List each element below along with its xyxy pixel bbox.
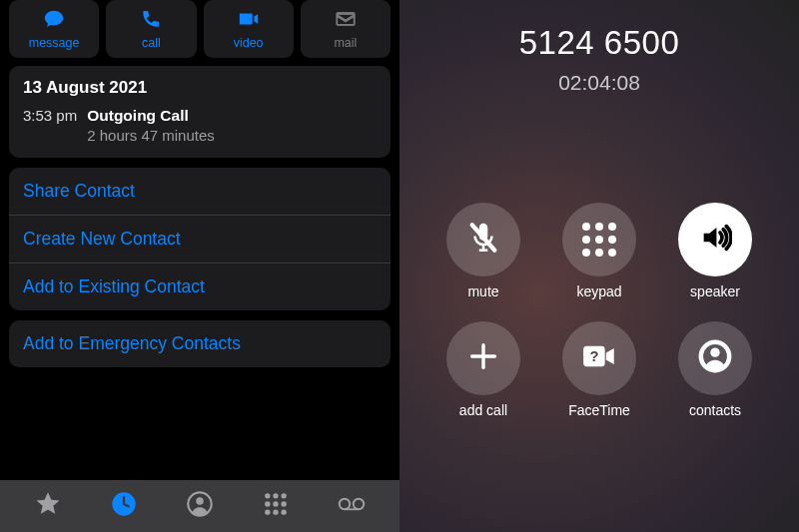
recent-call-card: 13 August 2021 3:53 pm Outgoing Call 2 h… xyxy=(9,66,391,158)
svg-point-5 xyxy=(281,493,286,498)
facetime-label: FaceTime xyxy=(568,402,630,418)
contacts-label: contacts xyxy=(689,402,741,418)
person-circle-icon xyxy=(186,490,214,522)
svg-point-11 xyxy=(281,509,286,514)
tab-voicemail[interactable] xyxy=(327,490,377,522)
tab-contacts[interactable] xyxy=(175,490,225,522)
active-call-number: 5124 6500 xyxy=(519,24,680,62)
mail-icon xyxy=(335,8,357,34)
svg-text:?: ? xyxy=(589,348,598,364)
svg-point-7 xyxy=(273,501,278,506)
video-icon xyxy=(238,8,260,34)
add-to-existing-contact-option[interactable]: Add to Existing Contact xyxy=(9,263,391,310)
phone-tabbar xyxy=(0,480,400,532)
tab-favorites[interactable] xyxy=(23,490,73,522)
phone-icon xyxy=(140,8,162,34)
message-label: message xyxy=(29,36,80,50)
add-to-emergency-contacts-option[interactable]: Add to Emergency Contacts xyxy=(9,320,391,367)
mute-label: mute xyxy=(467,283,498,299)
svg-point-4 xyxy=(273,493,278,498)
svg-point-10 xyxy=(273,509,278,514)
facetime-button[interactable]: ? FaceTime xyxy=(562,321,636,418)
svg-point-24 xyxy=(710,348,719,357)
svg-point-9 xyxy=(265,509,270,514)
contacts-icon xyxy=(698,339,732,377)
active-call-pane: 5124 6500 02:04:08 mute keypad speaker xyxy=(400,0,799,532)
create-new-contact-option[interactable]: Create New Contact xyxy=(9,215,391,263)
recent-call-type: Outgoing Call xyxy=(87,107,215,125)
message-button[interactable]: message xyxy=(9,0,99,58)
speaker-button[interactable]: speaker xyxy=(678,203,752,299)
mail-label: mail xyxy=(334,36,357,50)
contact-info-pane: message call video mail 13 August 2021 3… xyxy=(0,0,400,532)
speaker-icon xyxy=(698,221,732,259)
plus-icon xyxy=(466,339,500,377)
contact-options-group: Share Contact Create New Contact Add to … xyxy=(9,168,391,310)
keypad-button[interactable]: keypad xyxy=(562,203,636,299)
add-call-button[interactable]: add call xyxy=(446,321,520,418)
contact-action-row: message call video mail xyxy=(0,0,400,66)
mute-icon xyxy=(466,221,500,259)
keypad-grid-icon xyxy=(262,490,290,522)
call-elapsed-time: 02:04:08 xyxy=(558,71,640,95)
keypad-label: keypad xyxy=(576,283,621,299)
in-call-controls-grid: mute keypad speaker add call ? Fa xyxy=(446,203,752,418)
tab-recents[interactable] xyxy=(99,490,149,522)
recent-call-duration: 2 hours 47 minutes xyxy=(87,127,215,144)
facetime-icon: ? xyxy=(582,339,616,377)
message-icon xyxy=(43,8,65,34)
tab-keypad[interactable] xyxy=(251,490,301,522)
recent-call-time: 3:53 pm xyxy=(23,107,77,124)
mute-button[interactable]: mute xyxy=(446,203,520,299)
call-button[interactable]: call xyxy=(106,0,196,58)
svg-point-13 xyxy=(354,499,365,510)
recent-call-date: 13 August 2021 xyxy=(23,78,377,98)
clock-icon xyxy=(110,490,138,522)
add-call-label: add call xyxy=(459,402,507,418)
voicemail-icon xyxy=(338,490,366,522)
call-label: call xyxy=(142,36,161,50)
emergency-group: Add to Emergency Contacts xyxy=(9,320,391,367)
svg-point-8 xyxy=(281,501,286,506)
keypad-icon xyxy=(582,223,616,257)
svg-point-3 xyxy=(265,493,270,498)
svg-point-6 xyxy=(265,501,270,506)
video-button[interactable]: video xyxy=(204,0,294,58)
svg-point-12 xyxy=(340,499,351,510)
mail-button: mail xyxy=(301,0,391,58)
contacts-button[interactable]: contacts xyxy=(678,321,752,418)
star-icon xyxy=(34,490,62,522)
speaker-label: speaker xyxy=(690,283,740,299)
video-label: video xyxy=(234,36,264,50)
share-contact-option[interactable]: Share Contact xyxy=(9,168,391,215)
svg-point-2 xyxy=(196,497,203,504)
